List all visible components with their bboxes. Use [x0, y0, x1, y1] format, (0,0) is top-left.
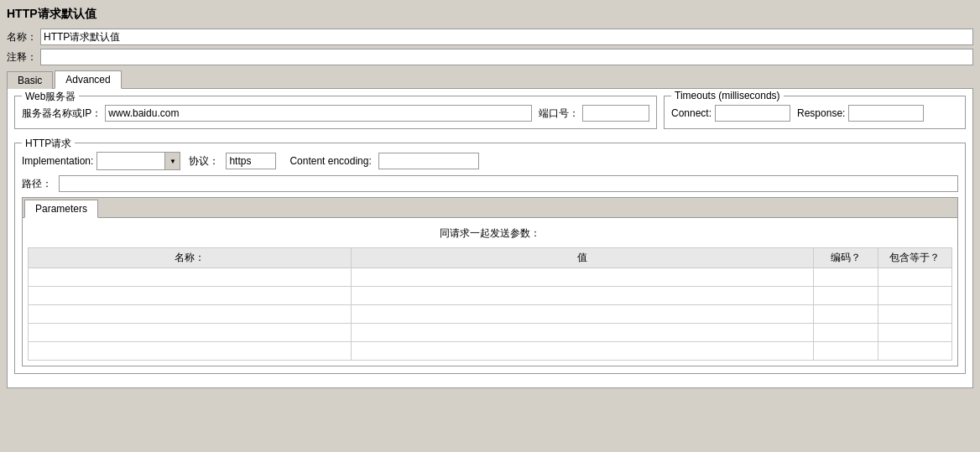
response-label: Response: [797, 107, 845, 119]
encoding-label: Content encoding: [289, 155, 371, 167]
path-input[interactable] [59, 175, 958, 192]
params-table: 名称： 值 编码？ 包含等于？ [28, 247, 952, 361]
main-container: HTTP请求默认值 名称： 注释： Basic Advanced Web服务器 … [0, 0, 980, 452]
comment-input[interactable] [40, 49, 973, 65]
comment-label: 注释： [7, 50, 37, 65]
webserver-row: 服务器名称或IP： 端口号： [22, 105, 649, 122]
col-include: 包含等于？ [878, 248, 951, 268]
protocol-input[interactable] [226, 153, 276, 169]
server-label: 服务器名称或IP： [22, 107, 102, 121]
col-name: 名称： [29, 248, 352, 268]
timeouts-group: Timeouts (milliseconds) Connect: Respons… [664, 96, 966, 129]
name-row: 名称： [7, 29, 973, 45]
tab-basic[interactable]: Basic [7, 71, 53, 89]
tabs-container: Basic Advanced Web服务器 服务器名称或IP： 端口号： [7, 70, 973, 388]
col-value: 值 [352, 248, 814, 268]
webserver-group-title: Web服务器 [22, 90, 79, 104]
path-label: 路径： [22, 177, 52, 191]
encoding-input[interactable] [378, 153, 479, 169]
webserver-group: Web服务器 服务器名称或IP： 端口号： [14, 96, 657, 129]
server-input[interactable] [105, 105, 532, 122]
path-row: 路径： [22, 175, 958, 192]
timeouts-group-title: Timeouts (milliseconds) [671, 90, 784, 101]
impl-dropdown-arrow[interactable]: ▼ [164, 153, 180, 169]
table-row [29, 342, 952, 361]
table-row [29, 305, 952, 324]
impl-input[interactable] [97, 153, 164, 169]
name-input[interactable] [40, 29, 973, 45]
table-row [29, 287, 952, 305]
impl-select-wrapper: ▼ [96, 152, 180, 170]
tab-bar: Basic Advanced [7, 70, 973, 89]
http-group: HTTP请求 Implementation: ▼ 协议： Content enc… [14, 143, 966, 374]
protocol-label: 协议： [189, 154, 219, 169]
timeouts-row: Connect: Response: [671, 105, 958, 122]
http-impl-row: Implementation: ▼ 协议： Content encoding: [22, 152, 958, 170]
connect-input[interactable] [715, 105, 790, 122]
col-encode: 编码？ [813, 248, 878, 268]
response-input[interactable] [848, 105, 924, 122]
table-row [29, 324, 952, 342]
port-input[interactable] [582, 105, 649, 122]
params-table-header: 名称： 值 编码？ 包含等于？ [29, 248, 952, 268]
comment-row: 注释： [7, 49, 973, 65]
http-group-title: HTTP请求 [22, 137, 75, 151]
impl-label: Implementation: [22, 155, 93, 167]
name-label: 名称： [7, 30, 37, 44]
connect-label: Connect: [671, 107, 712, 119]
parameters-tab-bar: Parameters [23, 198, 957, 218]
parameters-section: Parameters 同请求一起发送参数： 名称： 值 编码？ [22, 197, 958, 366]
page-title: HTTP请求默认值 [7, 7, 973, 22]
tab-content: Web服务器 服务器名称或IP： 端口号： Timeouts (millisec… [7, 88, 973, 388]
parameters-tab[interactable]: Parameters [24, 200, 98, 218]
tab-advanced[interactable]: Advanced [55, 70, 121, 89]
table-row [29, 268, 952, 287]
params-body: 同请求一起发送参数： 名称： 值 编码？ 包含等于？ [23, 218, 957, 366]
port-label: 端口号： [539, 107, 579, 121]
params-center-text: 同请求一起发送参数： [28, 226, 952, 241]
